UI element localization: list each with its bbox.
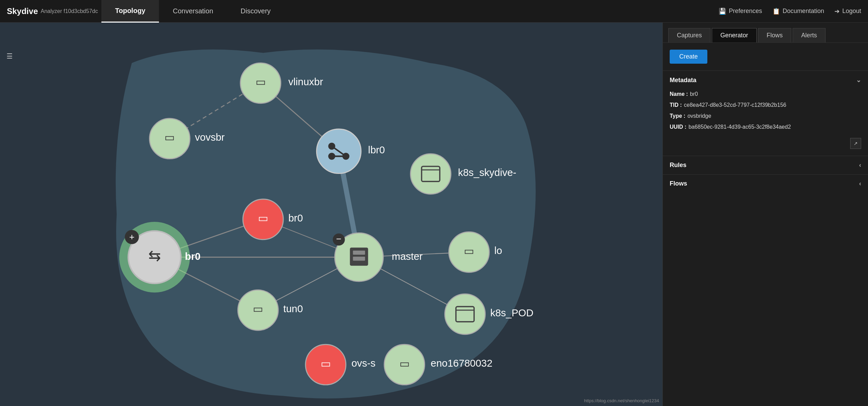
svg-text:▭: ▭ [464,245,474,257]
tab-generator[interactable]: Generator [712,28,757,42]
tab-captures[interactable]: Captures [668,28,710,42]
rules-title: Rules [670,162,686,169]
label-br0-selected: br0 [185,251,201,262]
label-vovsbr: vovsbr [195,131,225,143]
brand-analyzer: Analyzer f10d3cbd57dc [41,8,98,14]
tab-discovery[interactable]: Discovery [227,0,284,23]
panel-tabs: Captures Generator Flows Alerts [663,23,868,43]
header-right: 💾 Preferences 📋 Documentation ➔ Logout [719,8,861,15]
main-layout: ☰ [0,23,868,406]
label-lbr0: lbr0 [368,144,385,155]
brand-skydive: Skydive [7,7,38,16]
field-name: Name : br0 [670,89,861,100]
svg-text:▭: ▭ [258,212,268,224]
label-br0-red: br0 [288,212,303,224]
flows-header[interactable]: Flows ‹ [670,180,861,187]
label-ovs-s: ovs-s [351,357,375,369]
label-lo: lo [494,245,502,256]
field-tid: TID : ce8ea427-d8e3-52cd-7797-c12f39b2b1… [670,100,861,111]
node-k8s-skydive[interactable] [410,154,451,194]
svg-text:▭: ▭ [321,357,331,370]
expand-button[interactable]: ↗ [850,138,861,149]
documentation-icon: 📋 [772,8,780,15]
tab-alerts[interactable]: Alerts [793,28,826,42]
svg-text:▭: ▭ [164,131,175,143]
node-k8s-pod[interactable] [445,294,485,334]
field-type: Type : ovsbridge [670,111,861,122]
label-tun0: tun0 [283,303,303,314]
topology-svg: ▭ vlinuxbr ▭ vovsbr lbr0 k8s_skydive- ▭ [0,23,662,406]
tab-flows[interactable]: Flows [758,28,791,42]
svg-text:−: − [336,234,342,244]
tab-topology[interactable]: Topology [101,0,159,23]
preferences-link[interactable]: 💾 Preferences [719,8,762,15]
svg-text:▭: ▭ [253,303,263,315]
flows-section: Flows ‹ [663,174,868,193]
right-panel: Captures Generator Flows Alerts Create M… [662,23,868,406]
metadata-chevron: ⌄ [856,76,861,84]
svg-text:▭: ▭ [399,357,410,370]
svg-rect-13 [353,251,365,255]
rules-section: Rules ‹ [663,156,868,174]
logout-link[interactable]: ➔ Logout [834,8,861,15]
topology-area[interactable]: ☰ [0,23,662,406]
rules-chevron: ‹ [859,162,861,169]
metadata-section: Metadata ⌄ Name : br0 TID : ce8ea427-d8e… [663,71,868,156]
preferences-icon: 💾 [719,8,726,15]
documentation-link[interactable]: 📋 Documentation [772,8,824,15]
metadata-header[interactable]: Metadata ⌄ [670,76,861,84]
flows-title: Flows [670,180,687,187]
tab-conversation[interactable]: Conversation [159,0,227,23]
rules-header[interactable]: Rules ‹ [670,162,861,169]
header: Skydive Analyzer f10d3cbd57dc Topology C… [0,0,868,23]
sidebar-toggle[interactable]: ☰ [3,50,16,62]
create-section: Create [663,43,868,71]
flows-chevron: ‹ [859,180,861,187]
label-eno: eno16780032 [431,357,492,369]
metadata-title: Metadata [670,77,696,84]
watermark: https://blog.csdn.net/shenhonglei1234 [584,398,659,403]
svg-rect-14 [353,257,365,261]
field-uuid: UUID : ba6850ec-9281-4d39-ac65-3c2f8e34a… [670,122,861,132]
label-k8s-pod: k8s_POD [490,307,533,318]
metadata-body: Name : br0 TID : ce8ea427-d8e3-52cd-7797… [670,89,861,132]
label-k8s-skydive: k8s_skydive- [458,167,516,178]
svg-text:+: + [129,232,135,242]
brand: Skydive Analyzer f10d3cbd57dc [7,7,98,16]
svg-text:▭: ▭ [256,76,266,88]
logout-icon: ➔ [834,8,840,15]
label-vlinuxbr: vlinuxbr [288,76,323,87]
nav-tabs: Topology Conversation Discovery [101,0,284,23]
label-master: master [392,251,423,262]
create-button[interactable]: Create [670,50,707,64]
svg-text:⇆: ⇆ [148,247,161,264]
